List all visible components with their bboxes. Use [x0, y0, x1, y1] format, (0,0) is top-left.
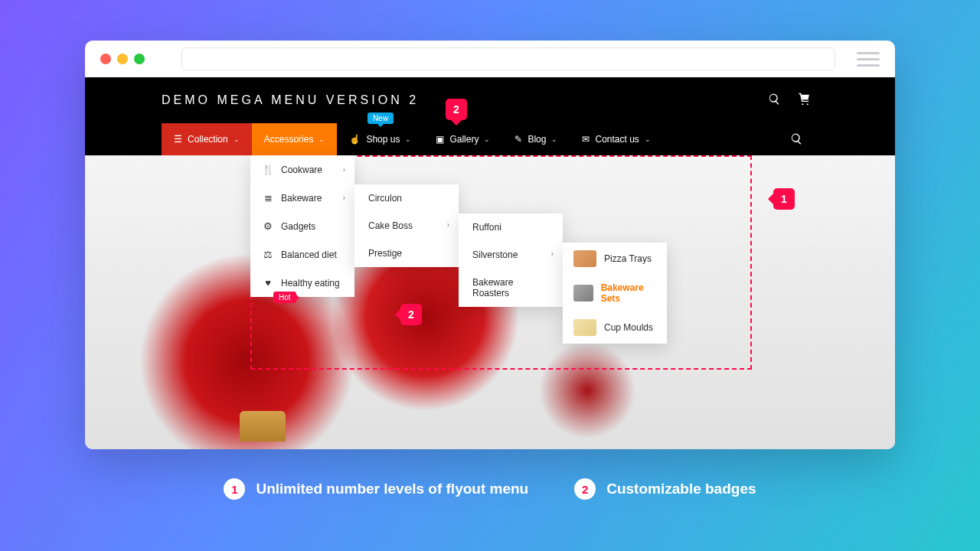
badge-hot: Hot — [273, 292, 296, 303]
nav-item-gallery[interactable]: ▣ Gallery ⌄ — [423, 123, 502, 155]
nav-label: Accessories — [264, 134, 314, 145]
flyout-item-cookware[interactable]: 🍴Cookware› — [250, 155, 354, 184]
flyout-item-pizza-trays[interactable]: Pizza Trays — [563, 243, 667, 275]
chevron-down-icon: ⌄ — [318, 135, 325, 143]
blog-icon: ✎ — [514, 134, 522, 145]
callout-badge-hot: 2 — [400, 304, 422, 325]
chevron-down-icon: ⌄ — [645, 135, 651, 143]
site-title: DEMO MEGA MENU VERSION 2 — [162, 93, 419, 107]
flyout-label: Silverstone — [472, 249, 518, 260]
flyout-level-4: Pizza Trays Bakeware Sets Cup Moulds — [563, 243, 667, 344]
nav-label: Contact us — [595, 134, 639, 145]
flyout-item-cup-moulds[interactable]: Cup Moulds — [563, 311, 667, 344]
flyout-item-healthy[interactable]: ♥Healthy eating Hot — [250, 269, 354, 297]
flyout-level-1: 🍴Cookware› ≣Bakeware› ⚙Gadgets ⚖Balanced… — [250, 155, 354, 297]
chevron-down-icon: ⌄ — [551, 135, 557, 143]
thumbnail — [573, 250, 596, 267]
flyout-level-3: Ruffoni Silverstone› Bakeware Roasters — [459, 214, 563, 307]
nav-label: Shop us — [366, 134, 400, 145]
badge-new: New — [368, 112, 394, 124]
healthy-icon: ♥ — [263, 277, 273, 289]
legend-badge: 1 — [224, 478, 245, 500]
flyout-item-silverstone[interactable]: Silverstone› — [459, 241, 563, 269]
flyout-item-circulon[interactable]: Circulon — [354, 184, 459, 212]
chevron-right-icon: › — [447, 220, 449, 229]
nav-item-blog[interactable]: ✎ Blog ⌄ — [502, 123, 570, 155]
window-close-dot[interactable] — [100, 54, 111, 64]
flyout-label: Healthy eating — [281, 278, 340, 289]
chat-icon: ✉ — [582, 134, 590, 145]
flyout-item-ruffoni[interactable]: Ruffoni — [459, 214, 563, 241]
chevron-down-icon: ⌄ — [234, 135, 240, 143]
window-maximize-dot[interactable] — [134, 54, 145, 64]
thumbnail — [573, 319, 596, 336]
flyout-label: Bakeware Sets — [601, 282, 656, 304]
image-icon: ▣ — [436, 134, 444, 145]
window-minimize-dot[interactable] — [117, 54, 128, 64]
flyout-label: Balanced diet — [281, 249, 337, 260]
search-icon[interactable] — [768, 93, 781, 109]
flyout-label: Pizza Trays — [604, 253, 652, 264]
nav-item-accessories[interactable]: Accessories ⌄ — [252, 123, 338, 155]
callout-badge-top: 2 — [446, 99, 467, 120]
utensils-icon: 🍴 — [263, 164, 273, 175]
nav-search-icon[interactable] — [790, 132, 803, 148]
flyout-label: Ruffoni — [472, 222, 501, 233]
chevron-right-icon: › — [343, 194, 345, 202]
nav-item-collection[interactable]: ☰ Collection ⌄ — [162, 123, 252, 155]
flyout-label: Bakeware Roasters — [472, 277, 513, 298]
flyout-label: Circulon — [368, 193, 402, 204]
gadgets-icon: ⚙ — [263, 220, 273, 232]
chevron-down-icon: ⌄ — [484, 135, 490, 143]
legend-text: Customizable badges — [606, 481, 756, 497]
flyout-item-prestige[interactable]: Prestige — [354, 240, 459, 267]
flyout-item-cakeboss[interactable]: Cake Boss› — [354, 212, 459, 240]
flyout-label: Gadgets — [281, 221, 315, 232]
ornament-top — [240, 411, 286, 442]
flyout-label: Bakeware — [281, 193, 322, 204]
chevron-down-icon: ⌄ — [405, 135, 411, 143]
site-header: DEMO MEGA MENU VERSION 2 — [85, 77, 895, 123]
nav-label: Blog — [528, 134, 546, 145]
chevron-right-icon: › — [343, 165, 345, 174]
main-nav: ☰ Collection ⌄ Accessories ⌄ New ☝ Shop … — [85, 123, 895, 155]
list-icon: ☰ — [174, 134, 182, 145]
scale-icon: ⚖ — [263, 249, 273, 260]
callout-flyout: 1 — [773, 188, 795, 210]
flyout-item-gadgets[interactable]: ⚙Gadgets — [250, 212, 354, 240]
flyout-item-bakeware-sets[interactable]: Bakeware Sets — [563, 275, 667, 311]
legend-item-1: 1 Unlimited number levels of flyout menu — [224, 478, 528, 500]
nav-label: Collection — [188, 134, 228, 145]
chevron-right-icon: › — [551, 249, 554, 258]
browser-titlebar — [85, 41, 895, 77]
legend-item-2: 2 Customizable badges — [574, 478, 756, 500]
shop-icon: ☝ — [349, 134, 361, 145]
nav-item-contact[interactable]: ✉ Contact us ⌄ — [570, 123, 662, 155]
flyout-level-2: Circulon Cake Boss› Prestige — [354, 184, 459, 267]
address-bar[interactable] — [181, 47, 835, 70]
flyout-item-roasters[interactable]: Bakeware Roasters — [459, 269, 563, 307]
flyout-label: Cup Moulds — [604, 322, 653, 333]
legend: 1 Unlimited number levels of flyout menu… — [0, 478, 980, 500]
legend-text: Unlimited number levels of flyout menu — [256, 481, 528, 497]
legend-badge: 2 — [574, 478, 596, 500]
cart-icon[interactable] — [798, 93, 811, 109]
nav-label: Gallery — [449, 134, 479, 145]
site-viewport: DEMO MEGA MENU VERSION 2 ☰ Collection ⌄ … — [85, 77, 895, 449]
flyout-item-balanced[interactable]: ⚖Balanced diet — [250, 240, 354, 269]
hamburger-menu[interactable] — [857, 52, 880, 67]
thumbnail — [573, 285, 593, 302]
flyout-label: Prestige — [368, 248, 402, 259]
flyout-item-bakeware[interactable]: ≣Bakeware› — [250, 184, 354, 212]
nav-item-shop-us[interactable]: New ☝ Shop us ⌄ — [337, 123, 423, 155]
flyout-label: Cookware — [281, 165, 322, 175]
browser-window: DEMO MEGA MENU VERSION 2 ☰ Collection ⌄ … — [85, 41, 895, 449]
bakeware-icon: ≣ — [263, 192, 273, 204]
flyout-label: Cake Boss — [368, 220, 413, 231]
